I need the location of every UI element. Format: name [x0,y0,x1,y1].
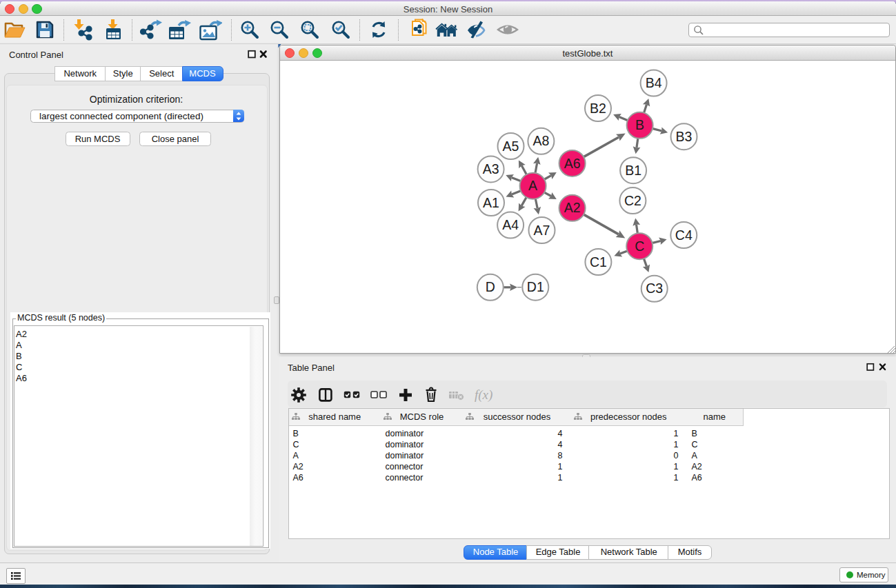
svg-text:A6: A6 [564,156,581,171]
svg-text:A1: A1 [483,195,499,210]
svg-text:C3: C3 [646,281,663,296]
svg-text:A7: A7 [534,223,550,238]
svg-text:A8: A8 [532,133,549,148]
svg-text:C: C [635,239,644,254]
svg-text:D: D [486,279,495,294]
svg-text:B3: B3 [676,129,693,144]
svg-text:A: A [528,178,537,193]
svg-text:B1: B1 [625,163,641,178]
svg-text:C1: C1 [590,254,607,270]
svg-text:D1: D1 [527,279,544,294]
svg-text:A4: A4 [502,217,519,232]
svg-text:B: B [635,117,644,132]
svg-text:A3: A3 [483,161,499,176]
svg-text:B4: B4 [646,75,662,90]
svg-text:C4: C4 [675,227,693,243]
svg-text:B2: B2 [590,101,606,116]
svg-text:C2: C2 [624,193,641,208]
svg-text:A5: A5 [503,139,519,154]
svg-text:A2: A2 [564,200,581,215]
